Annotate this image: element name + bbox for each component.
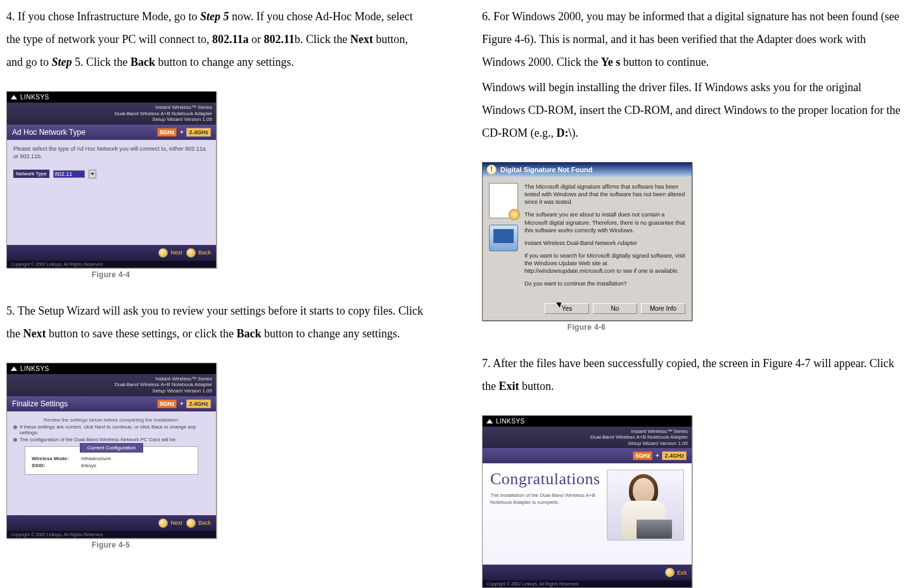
series-text: Instant Wireless™ Series xyxy=(486,428,688,435)
warning-icon: ! xyxy=(486,165,497,175)
wizard-footer: Next Back xyxy=(7,245,216,261)
text: 4. If you chose Infrastructure Mode, go … xyxy=(6,10,200,23)
yes-button[interactable]: Yes xyxy=(545,303,589,314)
text: button to save these settings, or click … xyxy=(46,327,236,340)
text: button to change any settings. xyxy=(261,327,400,340)
no-button[interactable]: No xyxy=(593,303,637,314)
brand-text: LINKSYS xyxy=(20,94,49,101)
wizard-body: Congratulations The installation of the … xyxy=(483,463,692,565)
step-5-paragraph: 5. The Setup Wizard will ask you to revi… xyxy=(6,299,425,345)
photo-shape xyxy=(637,520,672,539)
figure-caption: Figure 4-5 xyxy=(6,541,215,549)
version-text: Setup Wizard Version 1.05 xyxy=(486,441,688,447)
network-type-select[interactable]: 802.11 xyxy=(53,170,85,178)
wizard-title-bar: Finalize Settings 5GHz + 2.4GHz xyxy=(7,396,216,411)
plus-icon: + xyxy=(178,128,185,136)
wizard-title: Ad Hoc Network Type xyxy=(12,128,86,137)
instruction-text: Please select the type of Ad Hoc Network… xyxy=(13,145,210,161)
button-icon xyxy=(186,248,196,258)
button-label: Exit xyxy=(677,570,687,576)
more-info-button[interactable]: More Info xyxy=(641,303,685,314)
button-icon xyxy=(158,518,168,528)
network-type-label: Network Type xyxy=(13,170,49,178)
back-label: Back xyxy=(236,327,261,340)
chevron-down-icon[interactable] xyxy=(89,170,96,178)
product-text: Dual-Band Wireless A+B Notebook Adapter xyxy=(11,382,212,388)
box-sub-row: The configuration of the Dual-Band Wirel… xyxy=(13,437,210,442)
dialog-buttons: Yes No More Info xyxy=(483,299,692,320)
text: 5. Click the xyxy=(72,56,131,68)
next-label: Next xyxy=(350,33,373,46)
text-column: The Microsoft digital signature affirms … xyxy=(524,183,685,293)
header-subtitle: Instant Wireless™ Series Dual-Band Wirel… xyxy=(483,427,692,449)
logo-icon xyxy=(11,95,17,99)
dialog-title: Digital Signature Not Found xyxy=(500,166,592,173)
badge-24ghz: 2.4GHz xyxy=(662,451,687,460)
guide-text-row: If these settings are correct, click Nex… xyxy=(13,424,210,435)
option-80211b: 802.11 xyxy=(263,33,295,46)
series-text: Instant Wireless™ Series xyxy=(11,376,212,382)
page: 4. If you chose Infrastructure Mode, go … xyxy=(6,5,901,588)
step-4-paragraph: 4. If you chose Infrastructure Mode, go … xyxy=(6,5,425,73)
review-text: Review the settings below before complet… xyxy=(13,417,210,423)
computer-icon xyxy=(489,225,518,251)
back-button[interactable]: Back xyxy=(186,248,211,258)
yes-label: Ye s xyxy=(601,56,621,68)
wizard-window: LINKSYS Instant Wireless™ Series Dual-Ba… xyxy=(6,363,217,539)
figure-caption: Figure 4-6 xyxy=(482,323,691,332)
step5-ref: Step 5 xyxy=(200,10,229,23)
dialog-question: Do you want to continue the installation… xyxy=(524,280,685,287)
figure-caption: Figure 4-4 xyxy=(6,270,215,279)
plus-icon: + xyxy=(654,452,661,460)
certificate-icon xyxy=(489,183,518,218)
badge-5ghz: 5GHz xyxy=(157,399,177,408)
wizard-title-bar: 5GHz + 2.4GHz xyxy=(483,448,692,463)
brand-text: LINKSYS xyxy=(496,418,525,425)
exit-label: Exit xyxy=(499,380,519,392)
text: b. Click the xyxy=(295,33,350,46)
wizard-body: Please select the type of Ad Hoc Network… xyxy=(7,140,216,245)
device-name: Instant Wireless Dual-Band Network Adapt… xyxy=(524,239,685,247)
wizard-window: LINKSYS Instant Wireless™ Series Dual-Ba… xyxy=(482,415,692,588)
next-button[interactable]: Next xyxy=(158,518,182,528)
figure-4-5: LINKSYS Instant Wireless™ Series Dual-Ba… xyxy=(6,363,425,549)
badge-5ghz: 5GHz xyxy=(633,451,652,460)
bullet-icon xyxy=(13,425,17,429)
figure-4-7: LINKSYS Instant Wireless™ Series Dual-Ba… xyxy=(482,415,901,588)
button-label: Back xyxy=(198,249,211,256)
text: Windows will begin installing the driver… xyxy=(482,81,901,139)
icon-column xyxy=(489,183,518,293)
plus-icon: + xyxy=(178,400,185,408)
option-80211a: 802.11a xyxy=(212,33,249,46)
drive-label: D:\ xyxy=(557,127,572,139)
button-icon xyxy=(158,248,168,258)
ghz-badges: 5GHz + 2.4GHz xyxy=(633,451,687,460)
network-type-row: Network Type 802.11 xyxy=(13,170,210,178)
button-icon xyxy=(665,568,675,577)
ghz-badges: 5GHz + 2.4GHz xyxy=(157,128,211,137)
dialog-text: If you want to search for Microsoft digi… xyxy=(524,252,685,275)
next-button[interactable]: Next xyxy=(158,248,182,258)
wizard-window: LINKSYS Instant Wireless™ Series Dual-Ba… xyxy=(6,91,217,268)
copyright-text: Copyright © 2002 Linksys, All Rights Res… xyxy=(7,261,216,268)
left-column: 4. If you chose Infrastructure Mode, go … xyxy=(6,5,425,588)
badge-24ghz: 2.4GHz xyxy=(186,399,211,408)
wizard-body: Review the settings below before complet… xyxy=(7,411,216,515)
brand-bar: LINKSYS xyxy=(483,416,692,427)
row-key: SSID: xyxy=(32,463,76,468)
text: button to change any settings. xyxy=(155,56,294,68)
config-row: SSID:linksys xyxy=(28,462,195,469)
exit-button[interactable]: Exit xyxy=(665,568,687,577)
brand-text: LINKSYS xyxy=(20,365,49,372)
button-label: Next xyxy=(170,520,182,526)
header-subtitle: Instant Wireless™ Series Dual-Band Wirel… xyxy=(7,374,216,396)
guide-text: If these settings are correct, click Nex… xyxy=(20,424,210,435)
product-text: Dual-Band Wireless A+B Notebook Adapter xyxy=(486,434,688,441)
logo-icon xyxy=(11,366,17,371)
brand-bar: LINKSYS xyxy=(7,92,216,103)
dialog-title-bar: ! Digital Signature Not Found xyxy=(483,163,692,177)
dialog-content: The Microsoft digital signature affirms … xyxy=(483,177,692,299)
back-button[interactable]: Back xyxy=(186,518,211,528)
step-6-paragraph-2: Windows will begin installing the driver… xyxy=(482,76,901,144)
button-icon xyxy=(186,518,196,528)
